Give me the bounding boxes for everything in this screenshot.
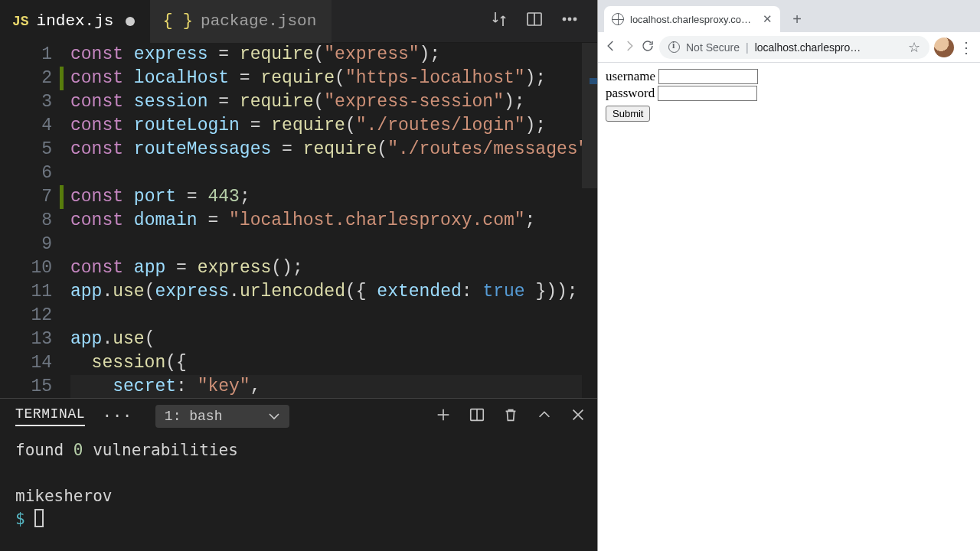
browser-menu-icon[interactable]: ⋮ <box>959 45 974 50</box>
code-line[interactable]: app.use( <box>70 328 597 351</box>
code-line[interactable] <box>70 161 597 185</box>
line-number: 7 <box>0 185 52 209</box>
terminal-selector-label: 1: bash <box>165 409 223 424</box>
more-actions-icon[interactable] <box>560 10 579 32</box>
terminal-panel: TERMINAL ··· 1: bash found 0 vulnerabili… <box>0 398 597 551</box>
submit-button[interactable]: Submit <box>606 106 650 122</box>
line-number: 13 <box>0 328 52 351</box>
line-number: 15 <box>0 375 52 398</box>
new-terminal-icon[interactable] <box>435 406 452 427</box>
browser-toolbar: Not Secure | localhost.charlespro… ☆ ⋮ <box>598 32 980 63</box>
line-number: 3 <box>0 90 52 114</box>
svg-point-3 <box>568 18 570 20</box>
code-line[interactable] <box>70 233 597 256</box>
line-number: 8 <box>0 209 52 233</box>
site-info-icon[interactable] <box>668 41 680 53</box>
address-bar[interactable]: Not Secure | localhost.charlespro… ☆ <box>659 36 929 59</box>
code-editor[interactable]: 123456789101112131415 const express = re… <box>0 43 597 398</box>
editor-tab-bar: JS index.js { } package.json <box>0 0 597 43</box>
terminal-selector[interactable]: 1: bash <box>155 405 290 428</box>
split-terminal-icon[interactable] <box>469 406 485 427</box>
line-number-gutter: 123456789101112131415 <box>0 43 70 398</box>
security-status: Not Secure <box>686 41 740 54</box>
svg-point-2 <box>563 18 565 20</box>
vscode-pane: JS index.js { } package.json 12345678910… <box>0 0 597 551</box>
minimap-marker <box>590 78 597 84</box>
line-number: 14 <box>0 351 52 375</box>
kill-terminal-icon[interactable] <box>502 406 519 427</box>
terminal-output[interactable]: found 0 vulnerabilities mikesherov $ <box>0 434 597 551</box>
tab-index-js[interactable]: JS index.js <box>0 0 150 43</box>
password-input[interactable] <box>658 86 757 101</box>
panel-overflow-icon[interactable]: ··· <box>97 407 137 426</box>
password-row: password <box>606 86 972 101</box>
js-file-icon: JS <box>12 14 29 29</box>
code-line[interactable]: secret: "key", <box>70 375 597 398</box>
forward-button[interactable] <box>622 39 636 56</box>
code-line[interactable]: const localHost = require("https-localho… <box>70 67 597 90</box>
close-panel-icon[interactable] <box>570 406 586 427</box>
split-editor-icon[interactable] <box>525 10 544 32</box>
line-number: 2 <box>0 67 52 90</box>
line-number: 10 <box>0 256 52 280</box>
line-number: 12 <box>0 304 52 328</box>
code-line[interactable]: session({ <box>70 351 597 375</box>
maximize-panel-icon[interactable] <box>536 406 553 427</box>
terminal-tab[interactable]: TERMINAL <box>15 406 85 426</box>
line-number: 5 <box>0 138 52 161</box>
new-tab-button[interactable]: + <box>786 8 808 30</box>
line-number: 11 <box>0 280 52 304</box>
editor-actions <box>490 10 597 32</box>
line-number: 9 <box>0 233 52 256</box>
modified-indicator-icon <box>126 17 135 26</box>
username-label: username <box>606 69 655 84</box>
terminal-line: found 0 vulnerabilities <box>15 439 582 461</box>
username-row: username <box>606 69 972 84</box>
tab-package-json[interactable]: { } package.json <box>150 0 332 43</box>
svg-point-4 <box>573 18 576 20</box>
chevron-down-icon <box>268 410 280 422</box>
code-line[interactable]: const session = require("express-session… <box>70 90 597 114</box>
page-content: username password Submit <box>598 63 980 551</box>
browser-pane: localhost.charlesproxy.com/lo ✕ + Not Se… <box>597 0 980 551</box>
code-line[interactable]: const domain = "localhost.charlesproxy.c… <box>70 209 597 233</box>
json-file-icon: { } <box>162 11 193 31</box>
username-input[interactable] <box>658 69 758 84</box>
terminal-actions <box>435 406 586 427</box>
code-line[interactable]: const express = require("express"); <box>70 43 597 67</box>
line-number: 6 <box>0 161 52 185</box>
browser-tab[interactable]: localhost.charlesproxy.com/lo ✕ <box>604 6 780 32</box>
code-line[interactable]: app.use(express.urlencoded({ extended: t… <box>70 280 597 304</box>
minimap-viewport[interactable] <box>582 43 597 188</box>
password-label: password <box>606 86 655 101</box>
terminal-cursor-icon <box>34 509 44 527</box>
code-line[interactable]: const port = 443; <box>70 185 597 209</box>
compare-changes-icon[interactable] <box>490 10 508 32</box>
code-line[interactable]: const app = express(); <box>70 256 597 280</box>
tab-label: package.json <box>201 12 316 30</box>
code-line[interactable]: const routeMessages = require("./routes/… <box>70 138 597 161</box>
profile-avatar[interactable] <box>934 37 954 57</box>
tab-label: index.js <box>37 12 114 30</box>
close-tab-icon[interactable]: ✕ <box>763 12 773 26</box>
terminal-prompt: $ <box>15 507 582 530</box>
bookmark-icon[interactable]: ☆ <box>908 39 920 56</box>
line-number: 4 <box>0 114 52 138</box>
minimap[interactable] <box>582 43 597 398</box>
url-text: localhost.charlespro… <box>755 41 902 54</box>
code-line[interactable]: const routeLogin = require("./routes/log… <box>70 114 597 138</box>
panel-tab-bar: TERMINAL ··· 1: bash <box>0 399 597 434</box>
code-line[interactable] <box>70 304 597 328</box>
globe-icon <box>612 13 624 25</box>
terminal-prompt-user: mikesherov <box>15 484 582 507</box>
back-button[interactable] <box>604 39 618 56</box>
browser-tab-title: localhost.charlesproxy.com/lo <box>630 14 756 25</box>
browser-tab-strip: localhost.charlesproxy.com/lo ✕ + <box>598 0 980 32</box>
reload-button[interactable] <box>641 39 655 56</box>
line-number: 1 <box>0 43 52 67</box>
code-content[interactable]: const express = require("express");const… <box>70 43 597 398</box>
